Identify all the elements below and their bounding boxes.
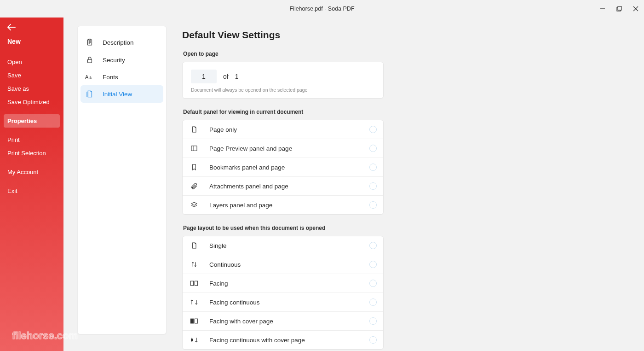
sidebar-left: New Open Save Save as Save Optimized Pro… [0,18,63,351]
close-button[interactable] [631,4,640,13]
radio-icon [369,242,377,249]
svg-rect-22 [190,319,193,323]
menu-exit[interactable]: Exit [4,184,60,198]
svg-rect-23 [195,319,197,323]
menu-new[interactable]: New [4,33,60,50]
svg-text:a: a [89,75,92,80]
nav-fonts[interactable]: Aa Fonts [80,69,163,85]
radio-icon [369,164,377,171]
window-controls [598,0,640,18]
facing-continuous-icon [190,298,198,306]
opt-label: Facing with cover page [209,318,273,325]
nav-description[interactable]: Description [80,34,163,51]
total-pages: 1 [235,73,239,80]
fonts-icon: Aa [85,73,94,81]
opt-attachments-panel[interactable]: Attachments panel and page [183,177,383,196]
menu-properties[interactable]: Properties [4,114,60,128]
menu-save-optimized[interactable]: Save Optimized [4,95,60,109]
continuous-icon [190,261,198,268]
opt-continuous[interactable]: Continuous [183,255,383,274]
radio-icon [369,280,377,287]
svg-rect-25 [191,339,193,341]
minimize-button[interactable] [598,4,607,13]
opt-label: Facing continuous [209,299,260,306]
menu-save-as[interactable]: Save as [4,82,60,95]
layout-options: Single Continuous Facing [182,236,384,350]
maximize-button[interactable] [615,4,624,13]
opt-facing-continuous-cover[interactable]: Facing continuous with cover page [183,331,383,349]
menu-my-account[interactable]: My Account [4,165,60,179]
page-title: Default View Settings [182,29,541,41]
nav-label: Initial View [103,91,132,98]
app-window: Filehorse.pdf - Soda PDF New Open Save [0,0,644,351]
single-page-icon [190,242,198,249]
radio-icon [369,336,377,344]
opt-layers-panel[interactable]: Layers panel and page [183,196,383,214]
facing-icon [190,280,198,287]
opt-label: Bookmarks panel and page [209,164,285,171]
back-button[interactable] [4,22,60,33]
svg-rect-2 [618,6,621,10]
nav-initial-view[interactable]: Initial View [80,85,163,103]
facing-cover-icon [190,317,198,325]
open-page-hint: Document will always be opened on the se… [191,87,375,93]
menu-save[interactable]: Save [4,69,60,82]
opt-page-only[interactable]: Page only [183,120,383,139]
opt-label: Single [209,242,227,249]
opt-label: Attachments panel and page [209,183,288,190]
nav-label: Fonts [103,74,118,81]
menu-open[interactable]: Open [4,55,60,69]
radio-icon [369,126,377,133]
window-title: Filehorse.pdf - Soda PDF [289,6,354,12]
open-page-input[interactable] [191,70,217,83]
nav-label: Security [103,57,125,64]
titlebar: Filehorse.pdf - Soda PDF [0,0,644,18]
page-layout-label: Page layout to be used when this documen… [183,225,541,231]
opt-label: Page Preview panel and page [209,145,292,152]
nav-label: Description [103,39,134,46]
clipboard-icon [85,38,94,47]
svg-rect-18 [190,281,193,286]
opt-preview-panel[interactable]: Page Preview panel and page [183,139,383,158]
file-menu: New Open Save Save as Save Optimized Pro… [4,33,60,198]
radio-icon [369,261,377,268]
panel-options: Page only Page Preview panel and page Bo… [182,120,384,215]
settings-main: Default View Settings Open to page of 1 … [182,26,541,343]
radio-icon [369,145,377,152]
opt-label: Facing [209,280,228,287]
menu-print-selection[interactable]: Print Selection [4,146,60,160]
radio-icon [369,201,377,209]
svg-text:A: A [85,74,89,80]
content: Description Security Aa Fonts [63,18,644,351]
svg-rect-14 [191,146,197,151]
radio-icon [369,298,377,306]
opt-label: Page only [209,126,237,133]
menu-print[interactable]: Print [4,133,60,146]
radio-icon [369,317,377,325]
paperclip-icon [190,182,198,190]
nav-security[interactable]: Security [80,51,163,69]
bookmark-icon [190,164,198,171]
settings-nav: Description Security Aa Fonts [77,26,167,334]
opt-label: Layers panel and page [209,202,272,209]
default-panel-label: Default panel for viewing in current doc… [183,109,541,115]
body: New Open Save Save as Save Optimized Pro… [0,18,644,351]
panel-left-icon [190,145,198,152]
of-label: of [223,73,229,80]
opt-label: Continuous [209,261,241,268]
radio-icon [369,182,377,190]
facing-cont-cover-icon [190,336,198,344]
page-icon [190,126,198,133]
opt-single[interactable]: Single [183,236,383,255]
opt-facing[interactable]: Facing [183,274,383,293]
opt-facing-cover[interactable]: Facing with cover page [183,312,383,331]
svg-rect-10 [88,59,92,63]
open-to-page-label: Open to page [183,51,541,57]
opt-bookmarks-panel[interactable]: Bookmarks panel and page [183,158,383,177]
opt-label: Facing continuous with cover page [209,337,305,344]
opt-facing-continuous[interactable]: Facing continuous [183,293,383,312]
page-view-icon [85,90,94,98]
svg-rect-19 [195,281,197,286]
open-to-page-card: of 1 Document will always be opened on t… [182,62,384,99]
lock-icon [85,56,94,64]
